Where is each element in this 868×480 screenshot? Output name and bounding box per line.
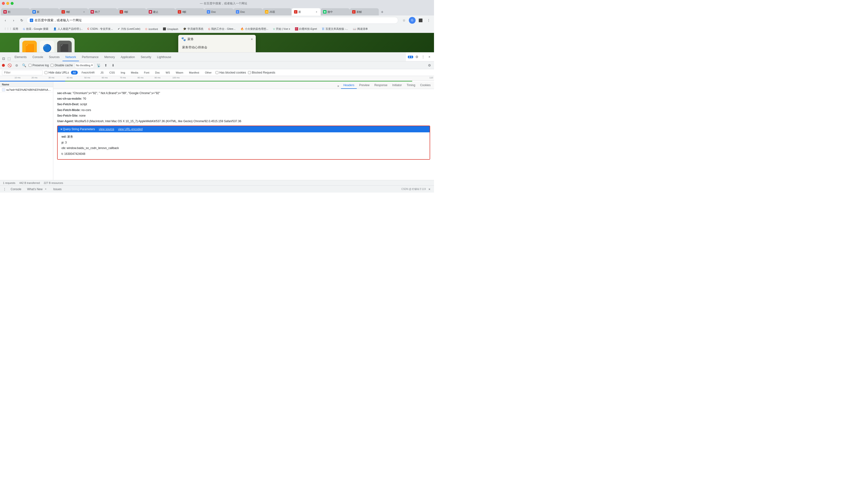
record-button[interactable] bbox=[2, 64, 5, 67]
search-button[interactable]: 🔍 bbox=[21, 63, 27, 68]
filter-doc[interactable]: Doc bbox=[153, 71, 162, 74]
filter-ws[interactable]: WS bbox=[164, 71, 172, 74]
clear-button[interactable]: 🚫 bbox=[7, 63, 12, 68]
tab-12[interactable]: 微 微中 bbox=[321, 8, 350, 15]
forward-button[interactable]: › bbox=[10, 17, 17, 24]
filter-other[interactable]: Other bbox=[203, 71, 214, 74]
filter-css[interactable]: CSS bbox=[107, 71, 117, 74]
bookmark-xueyuan[interactable]: 🎓 学员辅导系统 bbox=[181, 27, 206, 31]
has-blocked-cookies-label[interactable]: Has blocked cookies bbox=[216, 71, 246, 74]
back-button[interactable]: ‹ bbox=[2, 17, 9, 24]
preserve-log-label[interactable]: Preserve log bbox=[29, 64, 49, 67]
throttle-select[interactable]: No throttling ▾ bbox=[75, 63, 94, 68]
bookmark-gitee[interactable]: G 我的工作台 - Gitee... bbox=[206, 27, 238, 31]
minimize-button[interactable] bbox=[6, 2, 9, 5]
bookmark-csdn[interactable]: C CSDN - 专业开发... bbox=[86, 27, 115, 31]
bottom-tab-issues[interactable]: Issues bbox=[51, 186, 64, 192]
tab-security[interactable]: Security bbox=[138, 54, 154, 61]
bookmark-baidu-wenku[interactable]: 百 百度文库高校版 -... bbox=[320, 27, 350, 31]
table-row[interactable]: su?wd=%E5%AE%B6%E5%8A%A1&p=3&cb=win... bbox=[0, 87, 53, 93]
bookmark-iconfont[interactable]: ◎ iconfont bbox=[143, 27, 160, 31]
disable-cache-label[interactable]: Disable cache bbox=[51, 64, 73, 67]
has-blocked-cookies-checkbox[interactable] bbox=[216, 71, 218, 74]
detail-close-button[interactable]: × bbox=[336, 83, 341, 89]
tab-close[interactable]: × bbox=[82, 10, 86, 13]
tab-6[interactable]: 建 建止 bbox=[146, 8, 175, 15]
download-button[interactable]: ⬇ bbox=[111, 63, 116, 68]
filter-manifest[interactable]: Manifest bbox=[187, 71, 201, 74]
view-url-encoded-link[interactable]: view URL-encoded bbox=[118, 128, 143, 131]
settings-network-button[interactable]: ⚙ bbox=[427, 63, 432, 68]
filter-font[interactable]: Font bbox=[142, 71, 151, 74]
bookmark-reading[interactable]: 📖 阅读清单 bbox=[351, 27, 370, 31]
tab-9[interactable]: D Doc bbox=[234, 8, 262, 15]
tab-3[interactable]: C 4帧 × bbox=[59, 8, 88, 15]
filter-fetch-xhr[interactable]: Fetch/XHR bbox=[80, 71, 97, 74]
filter-input[interactable] bbox=[2, 70, 42, 75]
device-toolbar-button[interactable]: ⬚ bbox=[6, 56, 11, 61]
settings-button[interactable]: ⚙ bbox=[414, 54, 420, 60]
new-tab-button[interactable]: + bbox=[379, 9, 385, 15]
search-suggestion-2[interactable]: 家务活有哪些 bbox=[178, 52, 256, 52]
disable-cache-checkbox[interactable] bbox=[51, 64, 54, 67]
tab-performance[interactable]: Performance bbox=[79, 54, 101, 61]
tab-active[interactable]: C 新 × bbox=[291, 8, 321, 15]
tab-close-active[interactable]: × bbox=[315, 10, 318, 13]
filter-img[interactable]: Img bbox=[119, 71, 127, 74]
bottom-tab-whatsnew[interactable]: What's New × bbox=[25, 186, 50, 192]
filter-js[interactable]: JS bbox=[99, 71, 105, 74]
filter-media[interactable]: Media bbox=[129, 71, 140, 74]
blocked-requests-checkbox[interactable] bbox=[248, 71, 251, 74]
view-source-link[interactable]: view source bbox=[99, 128, 114, 131]
filter-button[interactable]: ⊜ bbox=[14, 63, 20, 68]
preserve-log-checkbox[interactable] bbox=[29, 64, 31, 67]
blocked-requests-label[interactable]: Blocked Requests bbox=[248, 71, 275, 74]
detail-tab-headers[interactable]: Headers bbox=[341, 82, 357, 89]
app-icon-2[interactable]: 🔵 bbox=[40, 41, 54, 52]
tab-console[interactable]: Console bbox=[30, 54, 46, 61]
detail-tab-cookies[interactable]: Cookies bbox=[418, 82, 433, 89]
cursor-tool-button[interactable]: ⊡ bbox=[1, 56, 6, 61]
extension-button[interactable]: ⬛ bbox=[417, 17, 424, 24]
bookmark-vuex[interactable]: V 开始 | Vue x bbox=[271, 27, 292, 31]
menu-button[interactable]: ⋮ bbox=[425, 17, 432, 24]
bookmark-huochai[interactable]: 🔥 小火柴的蓝色理想... bbox=[239, 27, 270, 31]
bookmark-google[interactable]: G 拾采 - Google 搜索 bbox=[21, 27, 51, 31]
bottom-tab-console[interactable]: Console bbox=[8, 186, 24, 192]
filter-wasm[interactable]: Wasm bbox=[174, 71, 185, 74]
tab-13[interactable]: C 新帧 bbox=[350, 8, 379, 15]
detail-tab-preview[interactable]: Preview bbox=[357, 82, 372, 89]
tab-2[interactable]: 新 新 bbox=[30, 8, 59, 15]
bookmark-leetcode[interactable]: ✔ 力扣 (LeetCode) bbox=[116, 27, 142, 31]
filter-all[interactable]: All bbox=[71, 71, 78, 74]
network-icon-button[interactable]: 📡 bbox=[96, 63, 101, 68]
detail-tab-response[interactable]: Response bbox=[372, 82, 390, 89]
whatsnew-close-button[interactable]: × bbox=[44, 187, 48, 191]
tab-10[interactable]: JS JS双 bbox=[262, 8, 291, 15]
search-popup-close[interactable]: × bbox=[251, 37, 253, 41]
profile-button[interactable]: G bbox=[409, 17, 415, 24]
close-button[interactable] bbox=[2, 2, 5, 5]
hide-data-urls-label[interactable]: Hide data URLs bbox=[44, 71, 69, 74]
tab-network[interactable]: Network bbox=[62, 54, 79, 61]
bookmark-egret[interactable]: 白 白鹭科技-Egret bbox=[293, 27, 319, 31]
fullscreen-button[interactable] bbox=[11, 2, 13, 5]
tab-5[interactable]: C 4帧 bbox=[117, 8, 146, 15]
tab-memory[interactable]: Memory bbox=[101, 54, 118, 61]
bottom-menu-icon[interactable]: ⋮ bbox=[2, 186, 7, 192]
tab-7[interactable]: C 4帧 bbox=[175, 8, 205, 15]
more-options-button[interactable]: ⋮ bbox=[421, 54, 426, 60]
tab-application[interactable]: Application bbox=[118, 54, 138, 61]
detail-tab-timing[interactable]: Timing bbox=[404, 82, 418, 89]
tab-elements[interactable]: Elements bbox=[11, 54, 30, 61]
app-icon-3[interactable]: ⬛ bbox=[57, 41, 72, 52]
detail-tab-initiator[interactable]: Initiator bbox=[390, 82, 404, 89]
tab-sources[interactable]: Sources bbox=[46, 54, 62, 61]
close-devtools-button[interactable]: × bbox=[427, 54, 432, 60]
address-bar[interactable]: 百 在百度中搜索，或者输入一个网址 bbox=[27, 17, 398, 24]
tab-8[interactable]: D Doc bbox=[205, 8, 234, 15]
devtools-close-bottom[interactable]: × bbox=[427, 186, 432, 192]
bookmark-renjian[interactable]: 👤 人人都是产品经理 |... bbox=[51, 27, 85, 31]
reload-button[interactable]: ↻ bbox=[19, 17, 25, 24]
bookmark-apps[interactable]: ⋮⋮⋮ 应用 bbox=[2, 27, 20, 31]
